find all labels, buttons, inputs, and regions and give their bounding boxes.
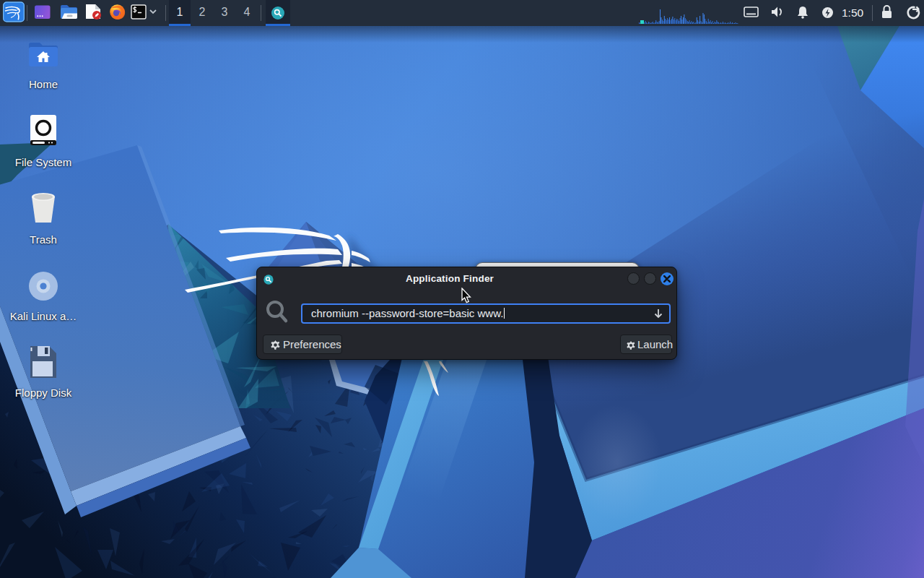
svg-text:1:50: 1:50	[842, 7, 864, 19]
